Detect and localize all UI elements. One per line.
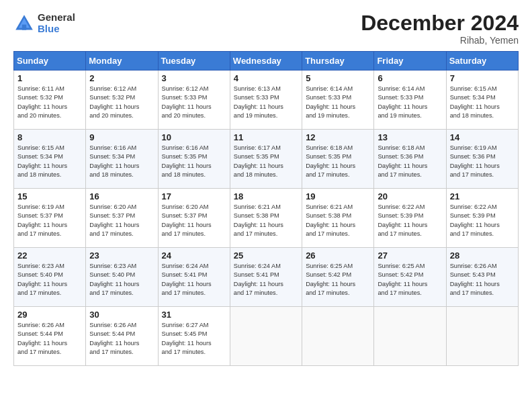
cell-info: Sunrise: 6:12 AMSunset: 5:33 PMDaylight:…	[162, 85, 226, 120]
cell-info: Sunrise: 6:13 AMSunset: 5:33 PMDaylight:…	[234, 85, 298, 120]
calendar-week-1: 1Sunrise: 6:11 AMSunset: 5:32 PMDaylight…	[14, 71, 519, 130]
day-number: 30	[89, 310, 154, 320]
day-number: 6	[378, 73, 442, 83]
calendar-cell: 2Sunrise: 6:12 AMSunset: 5:32 PMDaylight…	[86, 71, 158, 130]
page: General Blue December 2024 Rihab, Yemen …	[0, 0, 532, 411]
calendar-table: SundayMondayTuesdayWednesdayThursdayFrid…	[13, 51, 519, 366]
cell-info: Sunrise: 6:23 AMSunset: 5:40 PMDaylight:…	[17, 262, 82, 298]
calendar-week-2: 8Sunrise: 6:15 AMSunset: 5:34 PMDaylight…	[14, 130, 519, 189]
calendar-cell: 17Sunrise: 6:20 AMSunset: 5:37 PMDayligh…	[158, 189, 230, 248]
logo-general-text: General	[38, 12, 75, 24]
calendar-cell	[446, 307, 518, 366]
cell-info: Sunrise: 6:18 AMSunset: 5:35 PMDaylight:…	[306, 144, 370, 179]
day-number: 25	[234, 250, 298, 261]
calendar-cell: 10Sunrise: 6:16 AMSunset: 5:35 PMDayligh…	[158, 130, 230, 189]
cell-info: Sunrise: 6:21 AMSunset: 5:38 PMDaylight:…	[306, 203, 370, 238]
day-header-tuesday: Tuesday	[158, 52, 230, 71]
cell-info: Sunrise: 6:26 AMSunset: 5:44 PMDaylight:…	[89, 321, 154, 357]
calendar-cell: 19Sunrise: 6:21 AMSunset: 5:38 PMDayligh…	[302, 189, 374, 248]
day-number: 14	[450, 132, 515, 142]
day-number: 9	[89, 132, 154, 142]
title-area: December 2024 Rihab, Yemen	[361, 12, 519, 46]
calendar-cell: 27Sunrise: 6:25 AMSunset: 5:42 PMDayligh…	[374, 248, 446, 307]
location: Rihab, Yemen	[361, 35, 519, 46]
calendar-cell: 20Sunrise: 6:22 AMSunset: 5:39 PMDayligh…	[374, 189, 446, 248]
calendar-cell: 21Sunrise: 6:22 AMSunset: 5:39 PMDayligh…	[446, 189, 518, 248]
calendar-cell: 29Sunrise: 6:26 AMSunset: 5:44 PMDayligh…	[14, 307, 86, 366]
calendar-week-3: 15Sunrise: 6:19 AMSunset: 5:37 PMDayligh…	[14, 189, 519, 248]
day-header-saturday: Saturday	[446, 52, 518, 71]
calendar-cell: 6Sunrise: 6:14 AMSunset: 5:33 PMDaylight…	[374, 71, 446, 130]
day-number: 8	[17, 132, 82, 142]
day-number: 2	[89, 73, 154, 83]
day-number: 11	[234, 132, 298, 142]
cell-info: Sunrise: 6:20 AMSunset: 5:37 PMDaylight:…	[162, 203, 226, 238]
cell-info: Sunrise: 6:22 AMSunset: 5:39 PMDaylight:…	[378, 203, 442, 238]
cell-info: Sunrise: 6:11 AMSunset: 5:32 PMDaylight:…	[17, 85, 82, 120]
calendar-cell: 31Sunrise: 6:27 AMSunset: 5:45 PMDayligh…	[158, 307, 230, 366]
calendar-cell: 13Sunrise: 6:18 AMSunset: 5:36 PMDayligh…	[374, 130, 446, 189]
cell-info: Sunrise: 6:15 AMSunset: 5:34 PMDaylight:…	[450, 85, 515, 120]
calendar-cell: 30Sunrise: 6:26 AMSunset: 5:44 PMDayligh…	[86, 307, 158, 366]
cell-info: Sunrise: 6:20 AMSunset: 5:37 PMDaylight:…	[89, 203, 154, 238]
day-number: 28	[450, 250, 515, 261]
calendar-cell	[302, 307, 374, 366]
cell-info: Sunrise: 6:24 AMSunset: 5:41 PMDaylight:…	[162, 262, 226, 298]
day-number: 5	[306, 73, 370, 83]
day-number: 3	[162, 73, 226, 83]
day-number: 23	[89, 250, 154, 261]
cell-info: Sunrise: 6:25 AMSunset: 5:42 PMDaylight:…	[306, 262, 370, 298]
calendar-cell: 15Sunrise: 6:19 AMSunset: 5:37 PMDayligh…	[14, 189, 86, 248]
calendar-header-row: SundayMondayTuesdayWednesdayThursdayFrid…	[14, 52, 519, 71]
calendar-cell: 18Sunrise: 6:21 AMSunset: 5:38 PMDayligh…	[230, 189, 302, 248]
cell-info: Sunrise: 6:15 AMSunset: 5:34 PMDaylight:…	[17, 144, 82, 179]
day-number: 18	[234, 191, 298, 201]
calendar-week-5: 29Sunrise: 6:26 AMSunset: 5:44 PMDayligh…	[14, 307, 519, 366]
cell-info: Sunrise: 6:16 AMSunset: 5:34 PMDaylight:…	[89, 144, 154, 179]
calendar-cell	[374, 307, 446, 366]
day-header-monday: Monday	[86, 52, 158, 71]
calendar-cell: 11Sunrise: 6:17 AMSunset: 5:35 PMDayligh…	[230, 130, 302, 189]
cell-info: Sunrise: 6:26 AMSunset: 5:43 PMDaylight:…	[450, 262, 515, 298]
cell-info: Sunrise: 6:19 AMSunset: 5:37 PMDaylight:…	[17, 203, 82, 238]
month-title: December 2024	[361, 12, 519, 34]
day-number: 4	[234, 73, 298, 83]
logo-icon	[13, 13, 35, 34]
cell-info: Sunrise: 6:22 AMSunset: 5:39 PMDaylight:…	[450, 203, 515, 238]
header: General Blue December 2024 Rihab, Yemen	[13, 12, 519, 46]
day-number: 16	[89, 191, 154, 201]
cell-info: Sunrise: 6:26 AMSunset: 5:44 PMDaylight:…	[17, 321, 82, 357]
cell-info: Sunrise: 6:25 AMSunset: 5:42 PMDaylight:…	[378, 262, 442, 298]
day-number: 29	[17, 310, 82, 320]
day-header-wednesday: Wednesday	[230, 52, 302, 71]
calendar-cell: 24Sunrise: 6:24 AMSunset: 5:41 PMDayligh…	[158, 248, 230, 307]
day-number: 26	[306, 250, 370, 261]
day-header-thursday: Thursday	[302, 52, 374, 71]
calendar-week-4: 22Sunrise: 6:23 AMSunset: 5:40 PMDayligh…	[14, 248, 519, 307]
cell-info: Sunrise: 6:21 AMSunset: 5:38 PMDaylight:…	[234, 203, 298, 238]
calendar-cell: 23Sunrise: 6:23 AMSunset: 5:40 PMDayligh…	[86, 248, 158, 307]
calendar-cell: 3Sunrise: 6:12 AMSunset: 5:33 PMDaylight…	[158, 71, 230, 130]
day-number: 7	[450, 73, 515, 83]
cell-info: Sunrise: 6:27 AMSunset: 5:45 PMDaylight:…	[162, 321, 226, 357]
day-number: 24	[162, 250, 226, 261]
calendar-cell: 16Sunrise: 6:20 AMSunset: 5:37 PMDayligh…	[86, 189, 158, 248]
calendar-cell: 8Sunrise: 6:15 AMSunset: 5:34 PMDaylight…	[14, 130, 86, 189]
cell-info: Sunrise: 6:16 AMSunset: 5:35 PMDaylight:…	[162, 144, 226, 179]
day-number: 12	[306, 132, 370, 142]
cell-info: Sunrise: 6:23 AMSunset: 5:40 PMDaylight:…	[89, 262, 154, 298]
day-number: 27	[378, 250, 442, 261]
calendar-cell: 5Sunrise: 6:14 AMSunset: 5:33 PMDaylight…	[302, 71, 374, 130]
cell-info: Sunrise: 6:18 AMSunset: 5:36 PMDaylight:…	[378, 144, 442, 179]
calendar-cell: 25Sunrise: 6:24 AMSunset: 5:41 PMDayligh…	[230, 248, 302, 307]
cell-info: Sunrise: 6:12 AMSunset: 5:32 PMDaylight:…	[89, 85, 154, 120]
calendar-cell: 22Sunrise: 6:23 AMSunset: 5:40 PMDayligh…	[14, 248, 86, 307]
day-number: 17	[162, 191, 226, 201]
day-number: 1	[17, 73, 82, 83]
cell-info: Sunrise: 6:14 AMSunset: 5:33 PMDaylight:…	[306, 85, 370, 120]
cell-info: Sunrise: 6:17 AMSunset: 5:35 PMDaylight:…	[234, 144, 298, 179]
calendar-cell: 26Sunrise: 6:25 AMSunset: 5:42 PMDayligh…	[302, 248, 374, 307]
calendar-cell: 14Sunrise: 6:19 AMSunset: 5:36 PMDayligh…	[446, 130, 518, 189]
cell-info: Sunrise: 6:24 AMSunset: 5:41 PMDaylight:…	[234, 262, 298, 298]
day-header-sunday: Sunday	[14, 52, 86, 71]
